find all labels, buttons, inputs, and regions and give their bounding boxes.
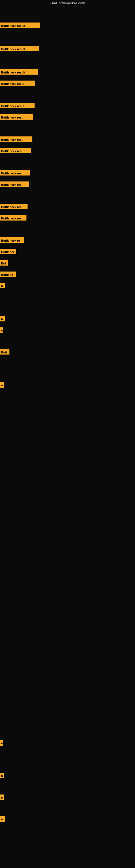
bottleneck-bar: Bottlenec	[0, 249, 16, 254]
bottleneck-bar: Bo	[0, 316, 5, 321]
bottleneck-bar: Bottleneck res	[0, 215, 27, 220]
bottleneck-bar: Bottleneck resu	[0, 114, 33, 120]
bottleneck-bar: Bottleneck result	[0, 69, 38, 74]
bottleneck-bar: B	[0, 795, 4, 800]
bottleneck-bar: B	[0, 382, 4, 388]
bottleneck-bar: Bottleneck re	[0, 237, 24, 243]
bottleneck-bar: Bottlene	[0, 272, 16, 277]
bottleneck-bar: Bottleneck resu	[0, 136, 32, 142]
bottleneck-bar: Bottleneck result	[0, 23, 40, 28]
bottleneck-bar: Bot	[0, 260, 8, 266]
bottleneck-bar: Bottleneck resu	[0, 170, 30, 176]
bottleneck-bar: Bottleneck resul	[0, 81, 35, 86]
bottleneck-bar: Bott	[0, 349, 9, 354]
bottleneck-bar: B	[0, 328, 3, 333]
bottleneck-bar: Bottleneck res	[0, 204, 28, 209]
bottleneck-bar: Bo	[0, 816, 5, 822]
site-title: TheBottlenecker.com	[0, 0, 135, 7]
bottleneck-bar: Bottleneck resul	[0, 103, 35, 108]
bottleneck-bar: Bottleneck result	[0, 46, 39, 51]
bottleneck-bar: Bottleneck resu	[0, 148, 31, 153]
bottleneck-bar: B	[0, 283, 5, 288]
bottleneck-bar: B	[0, 773, 4, 778]
bottleneck-bar: Bottleneck res	[0, 182, 29, 187]
bottleneck-bar: B	[0, 740, 3, 746]
